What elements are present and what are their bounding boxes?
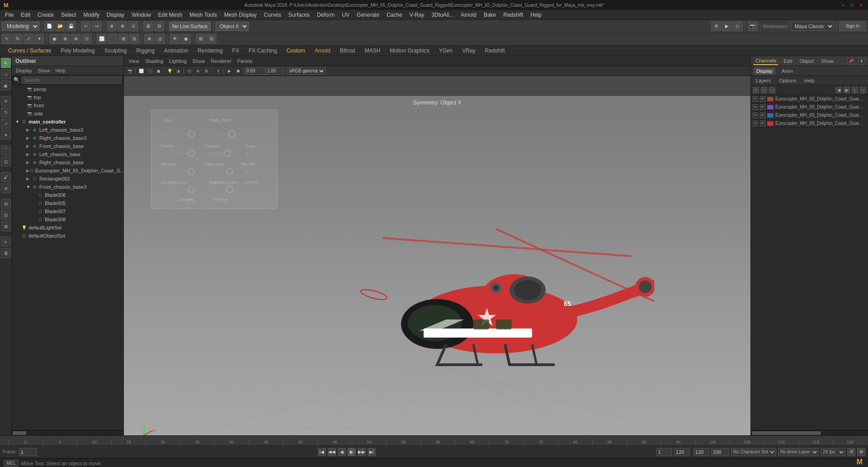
minimize-button[interactable]: ─ [840,2,846,8]
vp-smooth-btn[interactable]: ⬛ [146,67,154,75]
vp-play-btn[interactable]: ▶ [225,67,233,75]
lasso-tool-button[interactable]: ⊗ [118,21,127,31]
module-rendering[interactable]: Rendering [193,47,227,55]
new-layer-button[interactable]: + [753,87,759,93]
layer-prev-button[interactable]: ◀ [835,87,842,93]
layer-color-swatch[interactable] [767,113,774,118]
object-tab[interactable]: Object [797,57,816,65]
anim-layer-dropdown[interactable]: No Anim Layer [778,448,819,456]
vp-menu-lighting[interactable]: Lighting [166,58,189,64]
vp-menu-show[interactable]: Show [190,58,208,64]
layer-playback-toggle[interactable]: P [760,96,765,102]
snap-to-grid[interactable]: ⊞ [1,199,11,209]
snap-grid-button[interactable]: ⊞ [143,21,153,31]
play-back-button[interactable]: ◀ [338,448,346,456]
menu-cache[interactable]: Cache [383,11,406,19]
go-to-start-button[interactable]: |◀ [318,448,326,456]
step-forward-button[interactable]: ▶▶ [358,448,366,456]
rotate-tool[interactable]: ↻ [1,107,11,117]
outliner-hscrollbar[interactable] [12,430,123,435]
vp-menu-renderer[interactable]: Renderer [208,58,234,64]
timeline-bar[interactable]: 0510152025303540455055606570758085909510… [0,436,868,446]
list-item[interactable]: ⬡ defaultObjectSet [12,232,123,240]
module-arnold[interactable]: Arnold [310,47,335,55]
layer-visibility-toggle[interactable]: V [753,96,758,102]
layer-playback-toggle[interactable]: P [760,113,765,118]
list-item[interactable]: ⬡ Blade008 [28,215,123,224]
vp-near-clip-input[interactable] [245,67,265,75]
anim-tab[interactable]: Anim [779,67,796,75]
layer-options-button[interactable]: ⋯ [769,87,775,93]
refresh-button[interactable]: ↺ [847,448,855,456]
layer-visibility-toggle[interactable]: V [753,113,758,118]
vp-camera-icon[interactable]: 📷 [126,67,134,75]
curve-tool[interactable]: ⌒ [1,145,11,155]
list-item[interactable]: 📷 top [17,93,123,101]
paint-tool[interactable]: 🖌 [1,172,11,182]
paint-select-button[interactable]: ⊙ [128,21,138,31]
menu-edit-mesh[interactable]: Edit Mesh [155,11,185,19]
timeline-ticks[interactable]: 0510152025303540455055606570758085909510… [8,436,867,445]
sculpt-tool[interactable]: ⊕ [1,183,11,193]
vp-stop-btn[interactable]: ⏹ [234,67,242,75]
menu-file[interactable]: File [2,11,17,19]
modeling-dropdown[interactable]: Modeling [2,22,39,31]
scale-tool[interactable]: ⤢ [1,119,11,129]
module-poly-modeling[interactable]: Poly Modeling [56,47,99,55]
select-tool[interactable]: ↖ [1,58,11,68]
vp-shaded-btn[interactable]: ◼ [154,67,162,75]
module-rigging[interactable]: Rigging [132,47,159,55]
vp-grid-btn[interactable]: ⊞ [203,67,211,75]
menu-3dto[interactable]: 3DtoAll... [429,11,457,19]
range-start-input[interactable] [656,448,672,456]
list-item[interactable]: ⬡ Blade007 [28,207,123,215]
universal-manip-tool[interactable]: ✦ [1,130,11,140]
show-hide2-button[interactable]: ◉ [181,34,191,44]
menu-create[interactable]: Create [34,11,57,19]
menu-vray[interactable]: V-Ray [406,11,428,19]
menu-display[interactable]: Display [104,11,127,19]
select-tool-button[interactable]: ⊕ [107,21,117,31]
color-space-dropdown[interactable]: sRGB gamma Linear [287,67,326,75]
vp-far-clip-input[interactable] [266,67,284,75]
menu-mesh-tools[interactable]: Mesh Tools [186,11,220,19]
channel-expand-btn[interactable]: ⬆ [858,57,865,65]
camera-button[interactable]: 📷 [748,21,758,31]
scale-tool-button[interactable]: ⤢ [24,34,33,44]
list-item[interactable]: 💡 defaultLightSet [12,224,123,232]
layer-visibility-toggle[interactable]: V [753,121,758,126]
layer-expand-button[interactable]: ↕ [852,87,858,93]
outliner-show-menu[interactable]: Show [35,67,52,74]
layers-hscrollthumb[interactable] [752,431,821,435]
layer-color-swatch[interactable] [767,97,774,101]
soft-select-button[interactable]: ◉ [49,34,59,44]
list-item[interactable]: ⬡ Blade006 [28,191,123,199]
move-tool-button[interactable]: ↖ [2,34,12,44]
open-file-button[interactable]: 📂 [55,21,65,31]
quick-layout[interactable]: ⊠ [1,221,11,231]
render-button[interactable]: ▶ [722,21,732,31]
snap-settings-button[interactable]: ⊗ [71,34,81,44]
module-custom[interactable]: Custom [282,47,310,55]
options-subtab[interactable]: Options [777,77,798,84]
anim-layer-editor[interactable]: ≣ [1,248,11,258]
show-hide-button[interactable]: 👁 [170,34,180,44]
vp-lighting-btn[interactable]: 💡 [165,67,174,75]
vp-wireframe-btn[interactable]: ⬜ [137,67,145,75]
wireframe-button[interactable]: ⬜ [97,34,107,44]
menu-bake[interactable]: Bake [481,11,499,19]
layer-next-button[interactable]: ▶ [844,87,850,93]
module-fx-caching[interactable]: FX Caching [244,47,282,55]
layer-color-swatch[interactable] [767,105,774,110]
viewport-canvas[interactable]: Symmetry: Object X front Blade_Root Chas… [124,96,750,435]
layers-hscrollbar[interactable] [751,430,868,435]
delete-layer-button[interactable]: − [761,87,767,93]
layout-button[interactable]: ⊞ [196,34,206,44]
menu-surfaces[interactable]: Surfaces [285,11,313,19]
no-live-surface-button[interactable]: No Live Surface [169,22,211,31]
go-to-end-button[interactable]: ▶| [368,448,376,456]
help-subtab[interactable]: Help [802,77,817,84]
module-ygen[interactable]: YGen [434,47,458,55]
vp-menu-shading[interactable]: Shading [142,58,166,64]
layer-row[interactable]: V P Eurocopter_MH_65_Dolphin_Coast_Guard… [751,119,868,128]
